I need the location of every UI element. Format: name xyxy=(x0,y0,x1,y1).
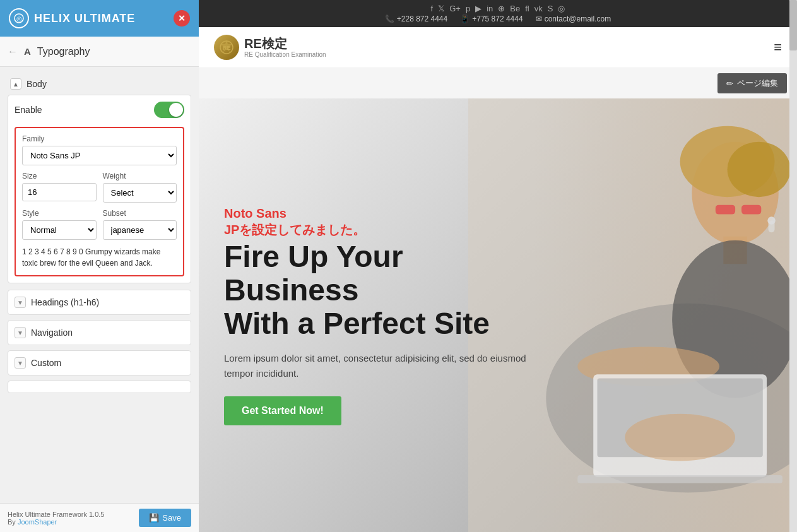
navigation-section-title: Navigation xyxy=(31,328,73,338)
site-title-block: RE検定 RE Qualification Examination xyxy=(244,36,326,59)
headings-section-title: Headings (h1-h6) xyxy=(31,297,99,307)
headings-section: ▼ Headings (h1-h6) xyxy=(8,290,191,315)
phone2: 📱 +775 872 4444 xyxy=(460,15,522,23)
svg-text:◎: ◎ xyxy=(16,15,22,22)
top-bar: f 𝕏 G+ p ▶ in ⊕ Be fl vk S ◎ 📞 +228 872 … xyxy=(199,0,797,27)
page-edit-button[interactable]: ✏ ページ編集 xyxy=(717,73,787,93)
panel-close-button[interactable]: ✕ xyxy=(174,10,190,27)
email: ✉ contact@email.com xyxy=(536,15,611,23)
site-logo: RE RE検定 RE Qualification Examination xyxy=(214,35,326,60)
style-subset-row: Style Normal Italic Subset japanese lati… xyxy=(22,209,177,240)
pinterest-icon[interactable]: p xyxy=(466,4,470,13)
panel-logo: ◎ HELIX ULTIMATE xyxy=(9,8,135,28)
main-area: f 𝕏 G+ p ▶ in ⊕ Be fl vk S ◎ 📞 +228 872 … xyxy=(199,0,797,532)
typography-icon: A xyxy=(24,46,31,57)
rss-icon[interactable]: ⊕ xyxy=(498,4,505,13)
font-settings-box: Family Noto Sans JP Size Weight Select 3… xyxy=(15,127,184,276)
site-header: RE RE検定 RE Qualification Examination ≡ xyxy=(199,27,797,68)
helix-logo-icon: ◎ xyxy=(9,8,29,28)
svg-rect-13 xyxy=(741,205,761,215)
subset-label: Subset xyxy=(103,209,177,218)
family-label: Family xyxy=(22,134,177,143)
phone2-icon: 📱 xyxy=(460,15,469,23)
hero-section: Noto Sans JPを設定してみました。 Fire Up Your Busi… xyxy=(199,98,797,532)
linkedin-icon[interactable]: in xyxy=(487,4,493,13)
skype-icon[interactable]: S xyxy=(548,4,553,13)
by-text: By JoomShaper xyxy=(8,518,104,526)
svg-text:RE: RE xyxy=(223,45,231,51)
body-section-title: Body xyxy=(27,79,47,89)
navigation-section: ▼ Navigation xyxy=(8,320,191,345)
svg-rect-19 xyxy=(768,221,774,233)
top-bar-contact: 📞 +228 872 4444 📱 +775 872 4444 ✉ contac… xyxy=(385,15,611,23)
svg-point-17 xyxy=(625,414,735,461)
youtube-icon[interactable]: ▶ xyxy=(475,4,481,13)
style-group: Style Normal Italic xyxy=(22,209,97,240)
hero-title: Fire Up Your Business With a Perfect Sit… xyxy=(224,240,533,340)
version-text: Helix Ultimate Framework 1.0.5 xyxy=(8,511,104,518)
extra-section-partial xyxy=(8,381,191,393)
size-label: Size xyxy=(22,172,97,180)
body-section: Enable Family Noto Sans JP Size We xyxy=(8,95,191,283)
custom-section-header[interactable]: ▼ Custom xyxy=(8,351,191,375)
twitter-icon[interactable]: 𝕏 xyxy=(438,4,444,13)
back-arrow-icon[interactable]: ← xyxy=(8,46,18,57)
style-label: Style xyxy=(22,209,97,218)
cta-button[interactable]: Get Started Now! xyxy=(224,396,341,425)
hero-content: Noto Sans JPを設定してみました。 Fire Up Your Busi… xyxy=(199,98,558,532)
save-button[interactable]: 💾 Save xyxy=(139,509,191,527)
font-preview-text: 1 2 3 4 5 6 7 8 9 0 Grumpy wizards make … xyxy=(22,246,177,269)
weight-label: Weight xyxy=(103,172,177,180)
whatsapp-icon[interactable]: ◎ xyxy=(558,4,565,13)
panel-header: ◎ HELIX ULTIMATE ✕ xyxy=(0,0,199,37)
social-icons-row: f 𝕏 G+ p ▶ in ⊕ Be fl vk S ◎ xyxy=(431,4,565,13)
headings-section-header[interactable]: ▼ Headings (h1-h6) xyxy=(8,290,191,314)
navigation-chevron-icon: ▼ xyxy=(15,327,26,338)
phone-icon: 📞 xyxy=(385,15,394,23)
left-panel: ◎ HELIX ULTIMATE ✕ ← A Typography ▲ Body… xyxy=(0,0,199,532)
svg-point-8 xyxy=(727,142,790,197)
logo-text: HELIX ULTIMATE xyxy=(34,12,135,25)
behance-icon[interactable]: Be xyxy=(510,4,520,13)
svg-rect-16 xyxy=(577,475,782,483)
size-input[interactable] xyxy=(22,183,97,201)
hero-subtitle: Noto Sans JPを設定してみました。 xyxy=(224,205,533,238)
weight-select[interactable]: Select 300 400 700 xyxy=(103,183,177,203)
svg-rect-12 xyxy=(715,205,735,215)
headings-chevron-icon: ▼ xyxy=(15,297,26,308)
enable-row: Enable xyxy=(15,102,184,118)
googleplus-icon[interactable]: G+ xyxy=(449,4,461,13)
subset-select[interactable]: japanese latin xyxy=(103,220,177,240)
custom-section-title: Custom xyxy=(31,358,61,368)
footer-info: Helix Ultimate Framework 1.0.5 By JoomSh… xyxy=(8,511,104,526)
site-logo-emblem: RE xyxy=(214,35,239,60)
enable-toggle[interactable] xyxy=(154,102,184,118)
hamburger-menu-icon[interactable]: ≡ xyxy=(774,39,782,56)
style-select[interactable]: Normal Italic xyxy=(22,220,97,240)
edit-icon: ✏ xyxy=(726,79,733,88)
edit-label: ページ編集 xyxy=(737,78,778,89)
scroll-thumb xyxy=(789,0,797,50)
font-family-select[interactable]: Noto Sans JP xyxy=(22,146,177,165)
vk-icon[interactable]: vk xyxy=(534,4,543,13)
page-scrollbar[interactable] xyxy=(789,0,797,532)
subset-group: Subset japanese latin xyxy=(103,209,177,240)
weight-group: Weight Select 300 400 700 xyxy=(103,172,177,203)
flickr-icon[interactable]: fl xyxy=(525,4,529,13)
site-name: RE検定 xyxy=(244,36,326,51)
size-group: Size xyxy=(22,172,97,203)
body-section-header[interactable]: ▲ Body xyxy=(8,73,191,95)
facebook-icon[interactable]: f xyxy=(431,4,434,13)
hero-body-text: Lorem ipsum dolor sit amet, consectetur … xyxy=(224,351,527,381)
panel-section-title: Typography xyxy=(37,46,90,57)
panel-content: ▲ Body Enable Family Noto Sans JP Si xyxy=(0,67,199,503)
email-icon: ✉ xyxy=(536,15,542,23)
top-bar-wrapper: f 𝕏 G+ p ▶ in ⊕ Be fl vk S ◎ 📞 +228 872 … xyxy=(385,4,611,23)
company-link[interactable]: JoomShaper xyxy=(18,518,57,526)
custom-chevron-icon: ▼ xyxy=(15,357,26,369)
save-label: Save xyxy=(162,513,181,523)
phone1: 📞 +228 872 4444 xyxy=(385,15,447,23)
navigation-section-header[interactable]: ▼ Navigation xyxy=(8,321,191,345)
save-icon: 💾 xyxy=(149,513,159,523)
panel-subheader: ← A Typography xyxy=(0,37,199,67)
